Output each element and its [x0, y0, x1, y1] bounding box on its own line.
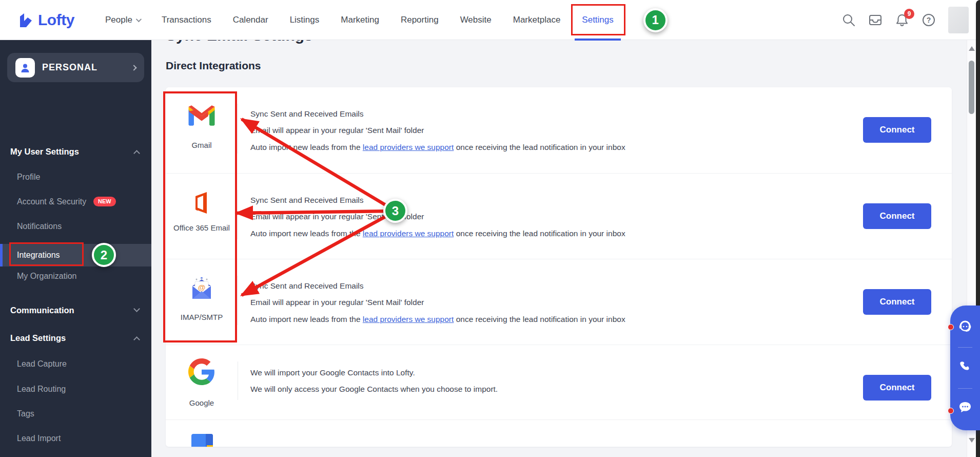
nav-item-settings[interactable]: Settings	[582, 15, 613, 25]
sidebar-group-communication[interactable]: Communication	[0, 303, 151, 317]
connect-office365-button[interactable]: Connect	[863, 203, 931, 229]
google-icon	[188, 358, 215, 387]
integration-desc-line: Auto import new leads from the lead prov…	[250, 228, 625, 239]
integration-desc-line: Sync Sent and Received Emails	[250, 195, 364, 205]
annotation-box-settings	[571, 4, 625, 35]
annotation-step-1-badge: 1	[643, 8, 668, 32]
connect-imap-button[interactable]: Connect	[863, 289, 931, 315]
divider	[238, 104, 238, 154]
chevron-up-icon	[133, 336, 140, 343]
annotation-box-email-icons	[163, 91, 237, 342]
sidebar-item-tags[interactable]: Tags	[0, 407, 151, 421]
new-badge: NEW	[93, 197, 116, 206]
section-title: Direct Integrations	[166, 60, 261, 72]
annotation-step-2-badge: 2	[92, 243, 116, 267]
connect-gmail-button[interactable]: Connect	[863, 117, 931, 143]
sidebar-group-lead-settings[interactable]: Lead Settings	[0, 331, 151, 345]
main-content: Sync Email Settings Direct Integrations …	[151, 40, 980, 457]
sidebar-item-profile[interactable]: Profile	[0, 170, 151, 184]
chevron-down-icon	[136, 16, 142, 22]
sidebar-item-lead-capture[interactable]: Lead Capture	[0, 357, 151, 371]
svg-text:?: ?	[927, 16, 931, 24]
phone-icon[interactable]	[958, 360, 972, 375]
top-navigation-bar: Lofty People Transactions Calendar Listi…	[0, 0, 980, 40]
workspace-avatar-icon	[15, 58, 35, 78]
integration-row-google: Google We will import your Google Contac…	[166, 345, 952, 420]
partial-next-integration-icon	[191, 434, 213, 447]
divider	[238, 190, 238, 239]
sidebar-item-lead-routing[interactable]: Lead Routing	[0, 383, 151, 396]
chevron-down-icon	[133, 306, 140, 312]
integration-desc-line: Auto import new leads from the lead prov…	[250, 314, 625, 325]
nav-item-marketplace[interactable]: Marketplace	[513, 15, 561, 25]
integration-desc-line: Email will appear in your regular 'Sent …	[250, 297, 424, 308]
google-icon-cell: Google	[166, 345, 238, 420]
nav-item-listings[interactable]: Listings	[290, 15, 320, 25]
nav-item-marketing[interactable]: Marketing	[341, 15, 379, 25]
scroll-up-arrow-icon[interactable]	[969, 46, 975, 51]
notifications-bell-icon[interactable]: 9	[895, 13, 909, 27]
connect-google-button[interactable]: Connect	[863, 375, 931, 401]
divider	[238, 276, 238, 325]
lead-providers-link[interactable]: lead providers we support	[363, 229, 454, 238]
lofty-logo-text: Lofty	[38, 11, 74, 29]
sidebar-item-account-security[interactable]: Account & Security NEW	[0, 195, 151, 208]
nav-item-calendar[interactable]: Calendar	[233, 15, 268, 25]
scrollbar-thumb[interactable]	[969, 61, 974, 114]
integration-desc-line: Email will appear in your regular 'Sent …	[250, 125, 424, 136]
nav-item-transactions[interactable]: Transactions	[162, 15, 211, 25]
nav-right-icons: 9 ?	[841, 0, 969, 40]
integration-desc-line: We will import your Google Contacts into…	[250, 368, 415, 378]
annotation-step-3-badge: 3	[383, 199, 407, 223]
nav-item-website[interactable]: Website	[460, 15, 492, 25]
workspace-selector[interactable]: PERSONAL	[7, 53, 144, 82]
settings-sidebar: PERSONAL My User Settings Profile Accoun…	[0, 40, 151, 457]
divider	[238, 361, 238, 400]
user-avatar[interactable]	[948, 7, 969, 33]
workspace-name: PERSONAL	[42, 62, 125, 73]
sidebar-group-my-user-settings[interactable]: My User Settings	[0, 145, 151, 158]
annotation-box-integrations	[9, 242, 84, 266]
nav-item-people[interactable]: People	[105, 15, 140, 25]
integration-row-office365: Office 365 Email Sync Sent and Received …	[166, 174, 952, 259]
notification-dot	[948, 408, 954, 414]
search-icon[interactable]	[841, 13, 856, 27]
support-widget	[950, 306, 980, 430]
sidebar-item-notifications[interactable]: Notifications	[0, 220, 151, 233]
divider	[958, 347, 972, 348]
support-agent-icon[interactable]	[957, 318, 973, 336]
notification-dot	[948, 324, 954, 330]
integration-desc-line: Sync Sent and Received Emails	[250, 281, 364, 291]
scroll-down-arrow-icon[interactable]	[969, 438, 975, 443]
active-tab-indicator	[575, 39, 620, 41]
chevron-up-icon	[133, 150, 140, 157]
inbox-tray-icon[interactable]	[868, 13, 883, 27]
sidebar-item-lead-import[interactable]: Lead Import	[0, 432, 151, 445]
chevron-right-icon	[131, 65, 136, 70]
integration-row-imap-smtp: @ IMAP/SMTP Sync Sent and Received Email…	[166, 259, 952, 345]
integration-desc-line: We will only access your Google Contacts…	[250, 384, 498, 394]
divider	[958, 388, 972, 389]
lead-providers-link[interactable]: lead providers we support	[363, 143, 454, 151]
nav-item-reporting[interactable]: Reporting	[401, 15, 439, 25]
lead-providers-link[interactable]: lead providers we support	[363, 315, 454, 323]
notification-count-badge: 9	[904, 9, 914, 19]
nav-menu: People Transactions Calendar Listings Ma…	[105, 0, 668, 40]
chat-bubble-icon[interactable]	[958, 400, 972, 416]
page-title-clipped: Sync Email Settings	[166, 40, 313, 44]
integrations-card: Gmail Sync Sent and Received Emails Emai…	[166, 87, 952, 447]
integration-desc-line: Sync Sent and Received Emails	[250, 109, 364, 119]
integration-row-gmail: Gmail Sync Sent and Received Emails Emai…	[166, 87, 952, 174]
sidebar-item-my-organization[interactable]: My Organization	[0, 270, 151, 283]
integration-desc-line: Auto import new leads from the lead prov…	[250, 142, 625, 153]
integration-label: Google	[166, 398, 238, 407]
lofty-logo[interactable]: Lofty	[17, 0, 74, 40]
lofty-logo-icon	[17, 12, 34, 28]
help-icon[interactable]: ?	[922, 13, 936, 27]
